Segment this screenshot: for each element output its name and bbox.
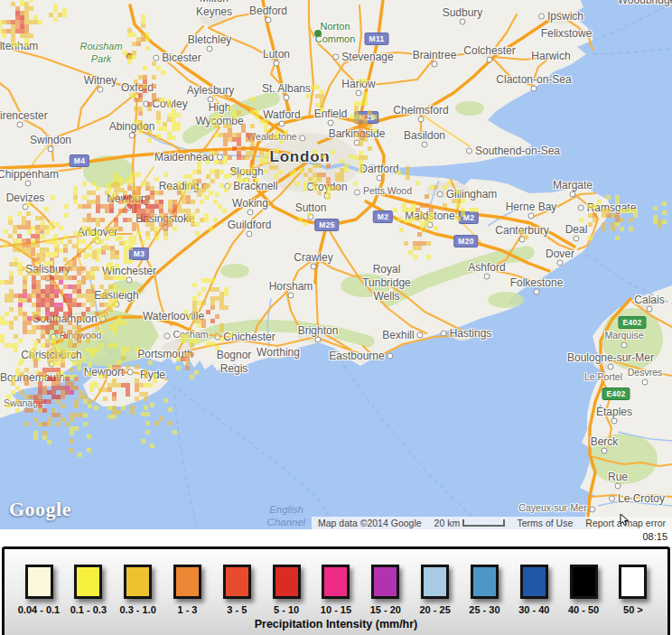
legend-swatch [570, 565, 598, 599]
legend-swatch [124, 565, 152, 599]
legend-bins: 0.04 - 0.10.1 - 0.30.3 - 1.01 - 33 - 55 … [5, 549, 667, 615]
legend-bin: 3 - 5 [213, 565, 260, 615]
legend-bin: 0.3 - 1.0 [115, 565, 162, 615]
legend-bin-label: 3 - 5 [213, 604, 260, 615]
legend-bin: 30 - 40 [510, 565, 557, 615]
legend-swatch [322, 565, 350, 599]
map-canvas[interactable]: Milton KeynesBedfordWoodbridgeBletchleyN… [0, 0, 672, 529]
legend-bin: 5 - 10 [263, 565, 310, 615]
legend-swatch [273, 565, 301, 599]
legend-title: Precipitation Intensity (mm/hr) [5, 618, 667, 630]
attribution-bar: Map data ©2014 Google 20 km Terms of Use… [312, 517, 672, 529]
legend-bin: 15 - 20 [362, 565, 409, 615]
legend-bin: 50 > [610, 565, 657, 615]
terms-of-use-link[interactable]: Terms of Use [510, 518, 579, 528]
legend-bin: 0.04 - 0.1 [15, 565, 62, 615]
legend-bin-label: 10 - 15 [313, 604, 359, 615]
legend-bin: 20 - 25 [412, 565, 459, 615]
legend-bin-label: 20 - 25 [412, 604, 459, 615]
legend-bin: 25 - 30 [461, 565, 508, 615]
legend-swatch [223, 565, 251, 599]
legend-bin-label: 5 - 10 [263, 604, 310, 615]
legend-swatch [520, 565, 548, 599]
legend: 0.04 - 0.10.1 - 0.30.3 - 1.01 - 33 - 55 … [0, 545, 672, 635]
legend-swatch [74, 565, 102, 599]
legend-bin-label: 30 - 40 [510, 604, 557, 615]
legend-swatch [25, 565, 53, 599]
legend-swatch [173, 565, 201, 599]
legend-swatch [371, 565, 399, 599]
legend-bin-label: 1 - 3 [163, 604, 210, 615]
google-logo[interactable]: Google [9, 498, 71, 521]
time-bar: 08:15 [0, 529, 672, 545]
legend-bin-label: 15 - 20 [362, 604, 409, 615]
legend-bin: 40 - 50 [560, 565, 607, 615]
timestamp: 08:15 [642, 531, 667, 542]
legend-swatch [619, 565, 647, 599]
legend-bin-label: 0.1 - 0.3 [65, 604, 112, 615]
legend-bin: 0.1 - 0.3 [65, 565, 112, 615]
legend-bin-label: 0.04 - 0.1 [15, 604, 62, 615]
scale-label: 20 km [428, 518, 463, 528]
report-map-error-link[interactable]: Report a map error [579, 518, 672, 528]
legend-bin: 1 - 3 [163, 565, 210, 615]
map-scale [462, 519, 505, 527]
legend-bin-label: 40 - 50 [560, 604, 607, 615]
legend-bin-label: 0.3 - 1.0 [115, 604, 162, 615]
weather-radar-app: Milton KeynesBedfordWoodbridgeBletchleyN… [0, 0, 672, 635]
basemap-svg [0, 0, 672, 529]
legend-bin: 10 - 15 [313, 565, 359, 615]
legend-bin-label: 25 - 30 [461, 604, 508, 615]
legend-bin-label: 50 > [610, 604, 657, 615]
legend-swatch [471, 565, 499, 599]
legend-panel: 0.04 - 0.10.1 - 0.30.3 - 1.01 - 33 - 55 … [2, 546, 670, 635]
legend-swatch [421, 565, 449, 599]
map-data-text: Map data ©2014 Google [312, 518, 428, 528]
